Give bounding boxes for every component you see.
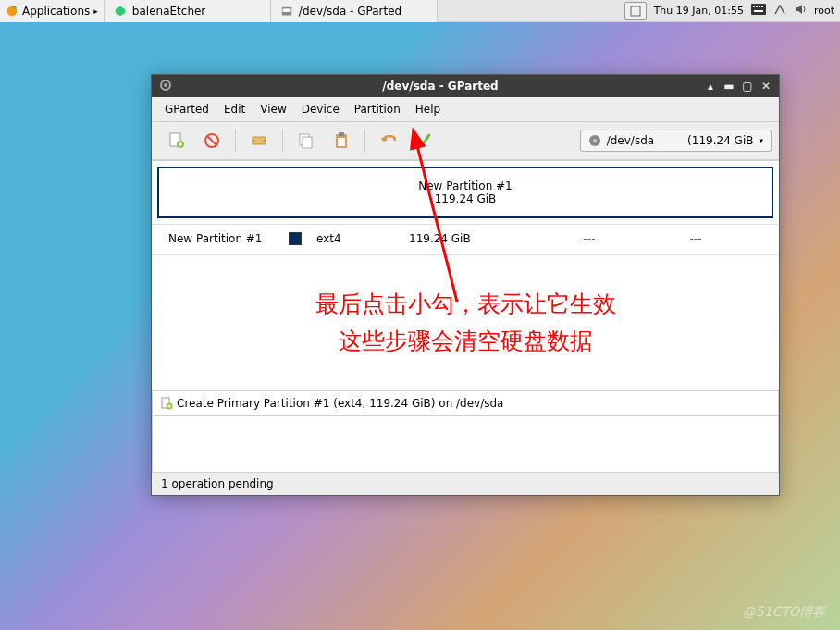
menu-view[interactable]: View <box>253 101 293 117</box>
tray-icon-1[interactable] <box>624 2 647 20</box>
svg-marker-1 <box>116 6 126 16</box>
menu-partition[interactable]: Partition <box>347 101 408 117</box>
clock: Thu 19 Jan, 01:55 <box>654 5 744 17</box>
window-icon <box>152 79 179 94</box>
paste-icon <box>332 131 351 150</box>
svg-line-16 <box>207 136 216 145</box>
svg-rect-6 <box>753 6 755 7</box>
dropdown-arrow-icon: ▾ <box>759 136 763 145</box>
copy-button[interactable] <box>289 128 324 154</box>
network-icon[interactable] <box>773 3 786 19</box>
pending-op-text: Create Primary Partition #1 (ext4, 119.2… <box>177 397 503 410</box>
minimize-button[interactable]: ▬ <box>720 77 738 95</box>
titlebar[interactable]: /dev/sda - GParted ▴ ▬ ▢ ✕ <box>152 75 779 97</box>
menubar: GParted Edit View Device Partition Help <box>152 97 779 122</box>
menu-help[interactable]: Help <box>408 101 448 117</box>
taskbar-item-gparted[interactable]: /dev/sda - GParted <box>271 0 438 22</box>
pending-list-empty <box>152 416 779 472</box>
svg-rect-21 <box>339 132 344 136</box>
resize-button[interactable] <box>241 128 277 154</box>
balena-icon <box>114 5 127 18</box>
svg-point-12 <box>164 83 167 87</box>
window-title: /dev/sda - GParted <box>179 80 701 93</box>
close-button[interactable]: ✕ <box>757 77 775 95</box>
menu-gparted[interactable]: GParted <box>157 101 216 117</box>
status-text: 1 operation pending <box>161 477 274 490</box>
svg-rect-3 <box>282 8 290 12</box>
user-label[interactable]: root <box>814 5 834 17</box>
add-op-icon <box>160 397 173 410</box>
top-panel: Applications ▸ balenaEtcher /dev/sda - G… <box>0 0 840 22</box>
device-size: (119.24 GiB <box>687 134 753 147</box>
delete-button[interactable] <box>194 128 229 154</box>
svg-rect-4 <box>631 6 640 16</box>
forbidden-icon <box>203 131 221 150</box>
svg-point-24 <box>593 139 597 142</box>
svg-rect-7 <box>756 6 758 7</box>
chevron-right-icon: ▸ <box>93 6 98 16</box>
col-used: --- <box>529 232 649 245</box>
taskbar-label: /dev/sda - GParted <box>299 5 401 18</box>
gparted-task-icon <box>280 5 293 18</box>
disk-icon <box>588 134 601 147</box>
rollup-button[interactable]: ▴ <box>701 77 720 95</box>
new-partition-button[interactable] <box>159 128 194 154</box>
content-area: 最后点击小勾，表示让它生效 这些步骤会清空硬盘数据 <box>152 255 779 390</box>
orange-pi-icon <box>6 5 19 18</box>
annotation-line2: 这些步骤会清空硬盘数据 <box>152 322 779 359</box>
maximize-button[interactable]: ▢ <box>738 77 757 95</box>
paste-button[interactable] <box>324 128 359 154</box>
device-selector[interactable]: /dev/sda (119.24 GiB ▾ <box>580 130 772 152</box>
resize-icon <box>250 131 268 150</box>
menu-device[interactable]: Device <box>294 101 347 117</box>
col-partition-name: New Partition #1 <box>168 232 289 245</box>
taskbar-label: balenaEtcher <box>132 5 205 18</box>
svg-rect-22 <box>338 138 345 146</box>
svg-rect-8 <box>759 6 760 7</box>
menu-edit[interactable]: Edit <box>216 101 253 117</box>
device-name: /dev/sda <box>607 134 654 147</box>
svg-rect-19 <box>303 137 312 148</box>
annotation-arrow-icon <box>392 126 466 311</box>
svg-rect-9 <box>761 6 763 7</box>
pending-operation[interactable]: Create Primary Partition #1 (ext4, 119.2… <box>152 390 779 416</box>
svg-rect-5 <box>751 4 766 15</box>
svg-line-25 <box>414 135 457 302</box>
new-icon <box>167 131 186 150</box>
svg-rect-10 <box>754 10 763 12</box>
taskbar-item-balena[interactable]: balenaEtcher <box>105 0 271 22</box>
applications-menu[interactable]: Applications ▸ <box>0 0 105 22</box>
statusbar: 1 operation pending <box>152 472 779 495</box>
keyboard-icon[interactable] <box>751 4 766 18</box>
watermark: @51CTO博客 <box>743 604 825 621</box>
volume-icon[interactable] <box>794 3 807 19</box>
applications-label: Applications <box>22 5 90 18</box>
gparted-window: /dev/sda - GParted ▴ ▬ ▢ ✕ GParted Edit … <box>151 74 780 496</box>
copy-icon <box>297 131 315 150</box>
col-free: --- <box>649 232 742 245</box>
fs-color-icon <box>289 232 302 245</box>
